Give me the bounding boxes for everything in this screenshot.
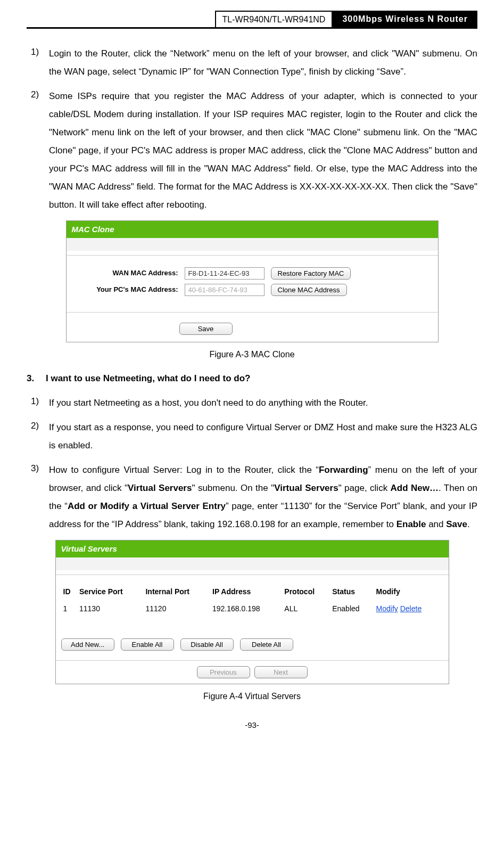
col-status: Status — [330, 583, 374, 601]
section-3-heading: 3. I want to use Netmeeting, what do I n… — [27, 371, 477, 385]
save-button[interactable]: Save — [179, 323, 233, 335]
page-number: -93- — [27, 719, 477, 732]
cell-protocol: ALL — [282, 601, 330, 617]
model-label: TL-WR940N/TL-WR941ND — [215, 11, 333, 27]
virtual-servers-panel: Virtual Servers ID Service Port Internal… — [55, 540, 449, 684]
modify-link[interactable]: Modify — [376, 604, 398, 613]
step-text: If you start Netmeeting as a host, you d… — [49, 394, 477, 412]
step-text: If you start as a response, you need to … — [49, 419, 477, 455]
step-num: 3) — [27, 461, 49, 534]
previous-button[interactable]: Previous — [197, 666, 250, 678]
next-button[interactable]: Next — [254, 666, 308, 678]
step-num: 2) — [27, 419, 49, 455]
delete-link[interactable]: Delete — [400, 604, 422, 613]
step-num: 2) — [27, 87, 49, 214]
sec3-step-3: 3) How to configure Virtual Server: Log … — [27, 461, 477, 534]
sec3-step-1: 1) If you start Netmeeting as a host, yo… — [27, 394, 477, 412]
table-header-row: ID Service Port Internal Port IP Address… — [61, 583, 443, 601]
panel-title: Virtual Servers — [56, 540, 449, 557]
virtual-servers-table: ID Service Port Internal Port IP Address… — [61, 583, 443, 617]
section-num: 3. — [27, 371, 46, 385]
doc-title: 300Mbps Wireless N Router — [333, 11, 477, 27]
panel-title: MAC Clone — [67, 221, 438, 238]
delete-all-button[interactable]: Delete All — [240, 638, 293, 651]
cell-status: Enabled — [330, 601, 374, 617]
col-ip-address: IP Address — [210, 583, 282, 601]
mac-clone-panel: MAC Clone WAN MAC Address: Restore Facto… — [66, 220, 439, 342]
step-num: 1) — [27, 394, 49, 412]
col-modify: Modify — [374, 583, 443, 601]
step-num: 1) — [27, 45, 49, 81]
restore-factory-button[interactable]: Restore Factory MAC — [271, 267, 351, 280]
col-id: ID — [61, 583, 78, 601]
pc-mac-label: Your PC's MAC Address: — [72, 284, 178, 296]
cell-internal-port: 11120 — [143, 601, 210, 617]
cell-ip: 192.168.0.198 — [210, 601, 282, 617]
sec3-step-2: 2) If you start as a response, you need … — [27, 419, 477, 455]
clone-mac-button[interactable]: Clone MAC Address — [271, 284, 347, 296]
figure-a3-caption: Figure A-3 MAC Clone — [27, 348, 477, 362]
step-2: 2) Some ISPs require that you register t… — [27, 87, 477, 214]
wan-mac-input[interactable] — [185, 267, 265, 280]
disable-all-button[interactable]: Disable All — [180, 638, 234, 651]
step-text: Some ISPs require that you register the … — [49, 87, 477, 214]
col-internal-port: Internal Port — [143, 583, 210, 601]
wan-mac-label: WAN MAC Address: — [72, 268, 178, 279]
table-row: 1 11130 11120 192.168.0.198 ALL Enabled … — [61, 601, 443, 617]
page-header: TL-WR940N/TL-WR941ND 300Mbps Wireless N … — [27, 11, 477, 29]
cell-service-port: 11130 — [77, 601, 143, 617]
pc-mac-input[interactable] — [185, 284, 265, 296]
cell-id: 1 — [61, 601, 78, 617]
add-new-button[interactable]: Add New... — [61, 638, 114, 651]
col-protocol: Protocol — [282, 583, 330, 601]
cell-actions: Modify Delete — [374, 601, 443, 617]
figure-a4-caption: Figure A-4 Virtual Servers — [27, 690, 477, 703]
step-text: Login to the Router, click the “Network”… — [49, 45, 477, 81]
section-title: I want to use Netmeeting, what do I need… — [46, 371, 250, 385]
enable-all-button[interactable]: Enable All — [121, 638, 174, 651]
step-text: How to configure Virtual Server: Log in … — [49, 461, 477, 534]
col-service-port: Service Port — [77, 583, 143, 601]
step-1: 1) Login to the Router, click the “Netwo… — [27, 45, 477, 81]
